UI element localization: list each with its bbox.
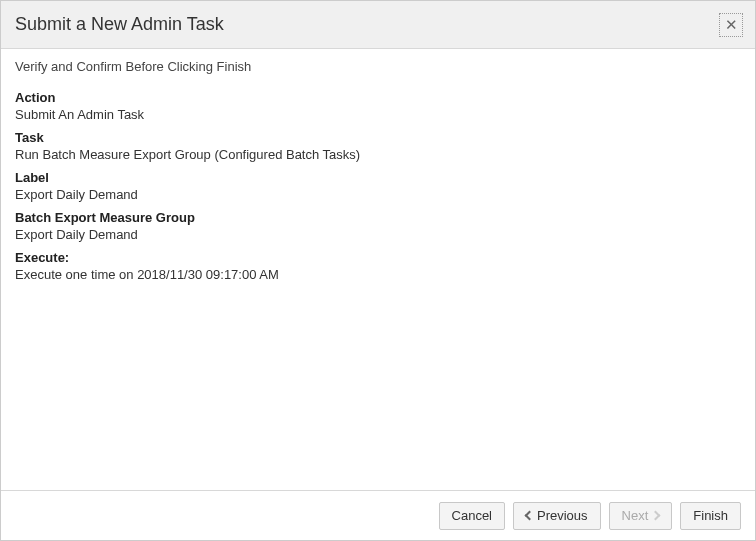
field-label-group: Batch Export Measure Group: [15, 210, 741, 225]
field-value-group: Export Daily Demand: [15, 227, 741, 242]
dialog-header: Submit a New Admin Task ✕: [1, 1, 755, 49]
field-label-label: Label: [15, 170, 741, 185]
dialog: Submit a New Admin Task ✕ Verify and Con…: [0, 0, 756, 541]
close-button[interactable]: ✕: [719, 13, 743, 37]
dialog-subheader: Verify and Confirm Before Clicking Finis…: [1, 49, 755, 82]
close-icon: ✕: [725, 17, 738, 32]
next-button: Next: [609, 502, 673, 530]
dialog-content: Action Submit An Admin Task Task Run Bat…: [1, 82, 755, 490]
dialog-footer: Cancel Previous Next Finish: [1, 490, 755, 540]
field-value-action: Submit An Admin Task: [15, 107, 741, 122]
field-value-task: Run Batch Measure Export Group (Configur…: [15, 147, 741, 162]
field-label-action: Action: [15, 90, 741, 105]
previous-button[interactable]: Previous: [513, 502, 601, 530]
finish-button-label: Finish: [693, 508, 728, 523]
field-value-execute: Execute one time on 2018/11/30 09:17:00 …: [15, 267, 741, 282]
previous-button-label: Previous: [537, 508, 588, 523]
field-label-task: Task: [15, 130, 741, 145]
chevron-left-icon: [525, 511, 535, 521]
cancel-button-label: Cancel: [452, 508, 492, 523]
cancel-button[interactable]: Cancel: [439, 502, 505, 530]
field-label-execute: Execute:: [15, 250, 741, 265]
dialog-title: Submit a New Admin Task: [15, 14, 224, 35]
chevron-right-icon: [651, 511, 661, 521]
finish-button[interactable]: Finish: [680, 502, 741, 530]
field-value-label: Export Daily Demand: [15, 187, 741, 202]
next-button-label: Next: [622, 508, 649, 523]
